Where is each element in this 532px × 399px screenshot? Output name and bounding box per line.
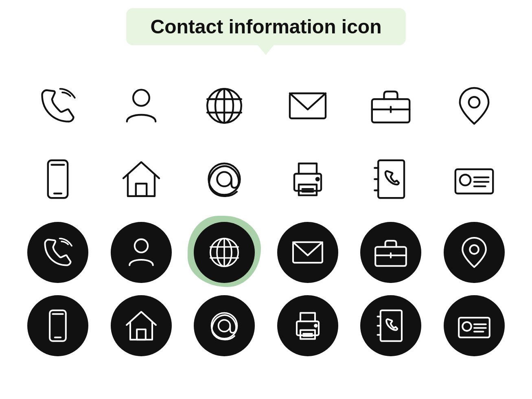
svg-point-46: [212, 313, 237, 339]
svg-point-52: [315, 324, 317, 327]
svg-rect-45: [137, 329, 146, 340]
phone-icon: [27, 75, 88, 136]
svg-point-10: [469, 97, 479, 107]
mail-icon: [277, 75, 338, 136]
person-filled-icon: [111, 222, 172, 283]
mobile-filled-icon: [27, 295, 88, 356]
globe-icon: [194, 75, 255, 136]
location-icon: [444, 75, 505, 136]
filled-row-2: [16, 295, 516, 356]
home-icon: [111, 149, 172, 210]
svg-point-15: [209, 164, 240, 195]
svg-point-47: [219, 320, 230, 332]
svg-point-27: [460, 175, 471, 185]
location-filled-icon: [444, 222, 505, 283]
globe-filled-icon: [194, 222, 255, 283]
svg-point-0: [133, 90, 149, 106]
mail-filled-icon: [277, 222, 338, 283]
mobile-icon: [27, 149, 88, 210]
briefcase-icon: [360, 75, 421, 136]
outline-row-2: [16, 149, 516, 210]
title-badge: Contact information icon: [126, 8, 406, 45]
svg-point-58: [462, 322, 471, 331]
svg-point-21: [316, 178, 319, 181]
filled-row-1: [16, 222, 516, 283]
printer-icon: [277, 149, 338, 210]
svg-rect-14: [136, 184, 147, 196]
home-filled-icon: [111, 295, 172, 356]
briefcase-filled-icon: [360, 222, 421, 283]
page-title: Contact information icon: [151, 15, 382, 38]
idcard-icon: [444, 149, 505, 210]
outline-row-1: [16, 75, 516, 136]
svg-rect-42: [50, 310, 66, 341]
title-arrow: [258, 45, 274, 55]
at-filled-icon: [194, 295, 255, 356]
person-icon: [111, 75, 172, 136]
svg-point-41: [470, 245, 479, 254]
phone-filled-icon: [27, 222, 88, 283]
phonebook-icon: [360, 149, 421, 210]
idcard-filled-icon: [444, 295, 505, 356]
page-title-wrapper: Contact information icon: [126, 8, 406, 55]
phonebook-filled-icon: [360, 295, 421, 356]
svg-point-16: [217, 172, 232, 186]
printer-filled-icon: [277, 295, 338, 356]
at-icon: [194, 149, 255, 210]
svg-rect-11: [48, 160, 68, 198]
icon-section: [16, 75, 516, 356]
svg-point-31: [135, 239, 148, 252]
